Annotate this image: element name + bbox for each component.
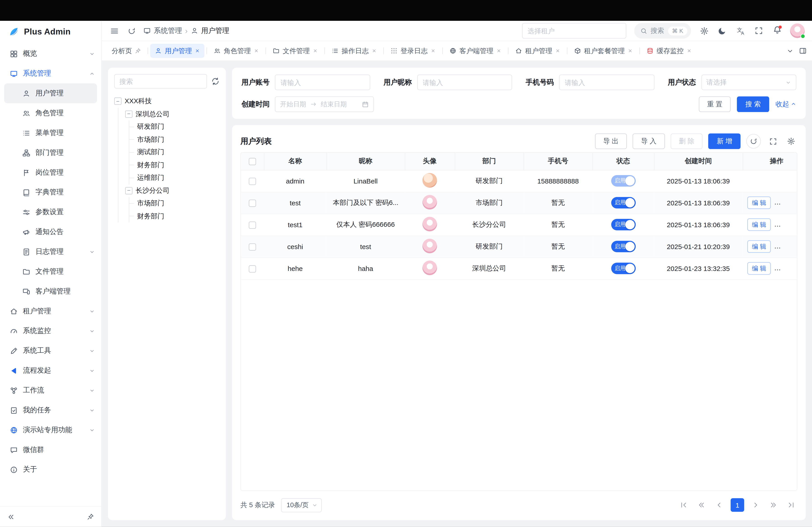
prev-page-button[interactable] — [713, 499, 725, 511]
sidebar-collapse-button[interactable] — [7, 513, 14, 520]
date-range-input[interactable]: 开始日期 结束日期 — [275, 96, 374, 112]
next-chunk-button[interactable] — [767, 499, 780, 511]
add-button[interactable]: 新 增 — [709, 133, 740, 149]
tab-operation-log[interactable]: 操作日志 — [327, 44, 381, 58]
table-fullscreen-button[interactable] — [767, 135, 779, 147]
sidebar-item-log[interactable]: 日志管理 — [0, 242, 101, 262]
tab-close-icon[interactable] — [254, 48, 259, 53]
tree-node[interactable]: 运维部门 — [136, 171, 219, 184]
sidebar-item-user[interactable]: 用户管理 — [4, 84, 97, 103]
tree-node[interactable]: −长沙分公司 — [125, 184, 219, 197]
search-button[interactable]: 搜 索 — [737, 96, 769, 112]
tab-client[interactable]: 客户端管理 — [445, 44, 506, 58]
sidebar-item-dept[interactable]: 部门管理 — [0, 143, 101, 163]
tab-close-icon[interactable] — [372, 48, 377, 53]
prev-chunk-button[interactable] — [695, 499, 708, 511]
tree-collapse-icon[interactable]: − — [125, 187, 132, 194]
status-toggle[interactable]: 启用 — [611, 175, 636, 187]
status-toggle[interactable]: 启用 — [611, 219, 636, 230]
tab-close-icon[interactable] — [496, 48, 501, 53]
fullscreen-icon[interactable] — [754, 26, 764, 36]
table-refresh-button[interactable] — [746, 134, 761, 149]
tree-node[interactable]: −XXX科技 — [114, 95, 219, 108]
settings-icon[interactable] — [699, 26, 709, 36]
sidebar-item-system[interactable]: 系统管理 — [0, 63, 101, 84]
row-checkbox[interactable] — [249, 199, 256, 207]
status-toggle[interactable]: 启用 — [611, 197, 636, 209]
filter-input-nickname[interactable] — [417, 75, 512, 90]
tab-cache-monitor[interactable]: 缓存监控 — [642, 44, 696, 58]
sidebar-item-tenant[interactable]: 租户管理 — [0, 301, 101, 321]
status-toggle[interactable]: 启用 — [611, 262, 636, 274]
row-edit-button[interactable]: 编 辑 — [747, 240, 771, 253]
dark-mode-icon[interactable] — [717, 26, 727, 36]
row-edit-button[interactable]: 编 辑 — [747, 262, 771, 274]
row-checkbox[interactable] — [249, 178, 256, 185]
language-icon[interactable]: 文A — [735, 26, 746, 36]
tenant-select-input[interactable] — [522, 23, 626, 39]
sidebar-item-wechat[interactable]: 微信群 — [0, 440, 101, 460]
notifications-icon[interactable] — [772, 26, 782, 36]
tab-tenant[interactable]: 租户管理 — [511, 44, 565, 58]
sidebar-pin-button[interactable] — [87, 513, 94, 520]
table-settings-button[interactable] — [785, 135, 797, 147]
select-all-checkbox[interactable] — [249, 158, 256, 165]
tab-file[interactable]: 文件管理 — [268, 44, 322, 58]
tree-node[interactable]: 测试部门 — [136, 146, 219, 159]
status-toggle[interactable]: 启用 — [611, 241, 636, 252]
row-checkbox[interactable] — [249, 265, 256, 272]
tab-close-icon[interactable] — [555, 48, 560, 53]
sidebar-item-role[interactable]: 角色管理 — [0, 103, 101, 123]
tree-refresh-icon[interactable] — [211, 77, 219, 86]
sidebar-item-tasks[interactable]: 我的任务 — [0, 400, 101, 420]
global-search[interactable]: 搜索 ⌘ K — [634, 23, 691, 39]
next-page-button[interactable] — [749, 499, 762, 511]
reset-button[interactable]: 重 置 — [699, 96, 731, 112]
tree-node[interactable]: 市场部门 — [136, 197, 219, 210]
tabs-dropdown-icon[interactable] — [786, 47, 794, 54]
hamburger-menu-icon[interactable] — [109, 26, 119, 36]
sidebar-item-workflow[interactable]: 工作流 — [0, 380, 101, 400]
tree-collapse-icon[interactable]: − — [114, 97, 121, 105]
tab-role[interactable]: 角色管理 — [209, 44, 263, 58]
sidebar-item-process[interactable]: 流程发起 — [0, 361, 101, 380]
row-edit-button[interactable]: 编 辑 — [747, 197, 771, 209]
sidebar-item-monitor[interactable]: 系统监控 — [0, 321, 101, 341]
tab-tenant-package[interactable]: 租户套餐管理 — [569, 44, 637, 58]
tree-node[interactable]: 市场部门 — [136, 133, 219, 146]
tree-node[interactable]: 研发部门 — [136, 120, 219, 133]
tab-close-icon[interactable] — [431, 48, 436, 53]
tree-node[interactable]: 财务部门 — [136, 210, 219, 223]
row-edit-button[interactable]: 编 辑 — [747, 219, 771, 231]
tree-node[interactable]: 财务部门 — [136, 159, 219, 171]
sidebar-item-tools[interactable]: 系统工具 — [0, 341, 101, 361]
tab-user[interactable]: 用户管理 — [150, 44, 204, 58]
sidebar-item-dict[interactable]: 字典管理 — [0, 182, 101, 202]
tabs-panel-icon[interactable] — [799, 47, 807, 55]
tab-close-icon[interactable] — [313, 48, 318, 53]
collapse-filters-link[interactable]: 收起 — [775, 100, 796, 109]
sidebar-item-file[interactable]: 文件管理 — [0, 262, 101, 282]
tab-login-log[interactable]: 登录日志 — [386, 44, 440, 58]
sidebar-item-post[interactable]: 岗位管理 — [0, 163, 101, 182]
sidebar-item-client[interactable]: 客户端管理 — [0, 282, 101, 301]
last-page-button[interactable] — [785, 499, 797, 511]
tab-close-icon[interactable] — [628, 48, 633, 53]
sidebar-item-param[interactable]: 参数设置 — [0, 202, 101, 222]
breadcrumb-root[interactable]: 系统管理 — [154, 26, 182, 35]
tree-node[interactable]: −深圳总公司 — [125, 107, 219, 120]
sidebar-item-menu[interactable]: 菜单管理 — [0, 123, 101, 143]
row-checkbox[interactable] — [249, 221, 256, 229]
tab-close-icon[interactable] — [687, 48, 692, 53]
sidebar-item-notice[interactable]: 通知公告 — [0, 222, 101, 242]
filter-select-status[interactable]: 请选择 — [701, 75, 796, 90]
page-size-select[interactable]: 10条/页 — [281, 498, 322, 512]
tree-collapse-icon[interactable]: − — [125, 110, 132, 118]
user-avatar[interactable] — [790, 24, 805, 38]
sidebar-item-demo[interactable]: 演示站专用功能 — [0, 420, 101, 440]
tree-search-input[interactable] — [114, 74, 207, 89]
first-page-button[interactable] — [677, 499, 690, 511]
export-button[interactable]: 导 出 — [595, 133, 627, 149]
delete-button[interactable]: 删 除 — [670, 133, 702, 149]
tab-close-icon[interactable] — [195, 48, 200, 53]
